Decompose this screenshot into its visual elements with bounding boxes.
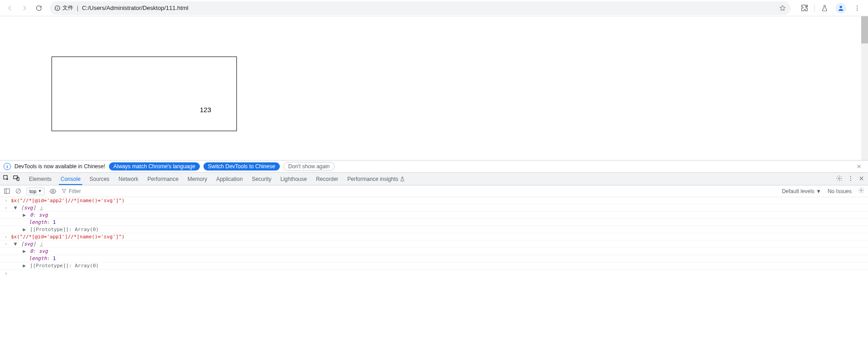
svg-point-5	[857, 7, 858, 8]
console-output: › $x("//*[@id='app2']//*[name()='svg']")…	[0, 197, 868, 341]
reload-button[interactable]	[33, 2, 45, 14]
arrow-right-icon	[21, 5, 28, 12]
console-filter[interactable]: Filter	[61, 188, 777, 194]
console-toolbar: top ▼ Filter Default levels ▼ No Issues	[0, 185, 868, 197]
devtools-more-button[interactable]	[847, 175, 854, 183]
tab-sources[interactable]: Sources	[85, 173, 114, 185]
dots-vertical-icon	[847, 175, 854, 182]
flask-icon	[400, 176, 405, 182]
scroll-thumb[interactable]	[861, 16, 868, 43]
person-icon	[837, 5, 844, 12]
tab-console[interactable]: Console	[56, 173, 85, 185]
inspect-icon	[3, 175, 10, 182]
tab-security[interactable]: Security	[247, 173, 276, 185]
console-output-row[interactable]: ▶ 0: svg	[0, 212, 868, 219]
gear-icon	[858, 187, 864, 194]
tab-application[interactable]: Application	[212, 173, 247, 185]
tab-network[interactable]: Network	[114, 173, 143, 185]
url-sep: |	[77, 5, 78, 11]
svg-point-18	[52, 190, 54, 192]
svg-point-10	[839, 177, 840, 179]
clear-console-button[interactable]	[15, 188, 22, 194]
infobar-close-button[interactable]	[854, 161, 864, 172]
bookmark-button[interactable]	[779, 5, 786, 12]
svg-point-11	[850, 176, 851, 177]
infobar-message: DevTools is now available in Chinese!	[14, 163, 105, 170]
panel-left-icon	[4, 188, 10, 194]
browser-toolbar: 文件 | C:/Users/Administrator/Desktop/111.…	[0, 0, 868, 16]
object-info-icon[interactable]: i	[40, 241, 43, 247]
tab-elements[interactable]: Elements	[24, 173, 56, 185]
info-circle-icon: i	[4, 163, 11, 170]
switch-language-button[interactable]: Switch DevTools to Chinese	[203, 162, 280, 170]
tab-performance-insights[interactable]: Performance insights	[343, 173, 410, 185]
devtools-infobar: i DevTools is now available in Chinese! …	[0, 160, 868, 173]
close-icon	[856, 164, 862, 169]
flask-icon	[821, 5, 828, 12]
svg-point-12	[850, 178, 851, 179]
dots-vertical-icon	[854, 5, 861, 12]
eye-icon	[49, 188, 57, 195]
console-prompt[interactable]: ›	[0, 270, 868, 277]
tab-lighthouse[interactable]: Lighthouse	[276, 173, 311, 185]
console-settings-button[interactable]	[858, 187, 864, 195]
console-output-row[interactable]: length: 1	[0, 255, 868, 262]
avatar	[835, 3, 846, 14]
devtools-tabs: Elements Console Sources Network Perform…	[0, 173, 868, 185]
svg-point-6	[857, 9, 858, 10]
console-output-row[interactable]: ▶ [[Prototype]]: Array(0)	[0, 262, 868, 270]
menu-button[interactable]	[850, 2, 864, 14]
url-scheme: 文件	[62, 4, 73, 12]
site-info[interactable]: 文件	[54, 4, 73, 12]
reload-icon	[35, 5, 42, 12]
execution-context[interactable]: top ▼	[26, 187, 45, 195]
console-output-row[interactable]: ▶ 0: svg	[0, 248, 868, 255]
forward-button[interactable]	[18, 2, 31, 14]
labs-button[interactable]	[817, 2, 832, 14]
ban-icon	[15, 188, 22, 194]
console-output-row[interactable]: ‹ ▼ [svg] i	[0, 241, 868, 248]
svg-point-4	[857, 5, 858, 6]
toolbar-separator	[814, 4, 815, 12]
tab-recorder[interactable]: Recorder	[311, 173, 343, 185]
vertical-scrollbar[interactable]	[861, 16, 868, 160]
live-expression-button[interactable]	[49, 188, 57, 195]
puzzle-icon	[801, 4, 808, 12]
extensions-button[interactable]	[797, 2, 811, 14]
devtools-settings-button[interactable]	[836, 175, 843, 183]
svg-point-13	[850, 180, 851, 180]
devtools-close-button[interactable]	[859, 175, 864, 183]
svg-line-17	[17, 189, 20, 193]
console-output-row[interactable]: ▶ [[Prototype]]: Array(0)	[0, 226, 868, 233]
svg-rect-14	[5, 189, 9, 194]
issues-button[interactable]: No Issues	[828, 188, 852, 194]
back-button[interactable]	[4, 2, 16, 14]
profile-button[interactable]	[834, 2, 848, 14]
page-div-box: 123	[52, 57, 237, 131]
arrow-left-icon	[6, 5, 14, 12]
page-text-123: 123	[200, 106, 211, 114]
svg-point-3	[840, 5, 842, 8]
console-output-row[interactable]: length: 1	[0, 219, 868, 226]
svg-point-2	[57, 7, 57, 7]
dont-show-button[interactable]: Don't show again	[283, 162, 335, 171]
inspect-button[interactable]	[3, 175, 10, 183]
console-input-row[interactable]: › $x("//*[@id='app1']//*[name()='svg']")	[0, 233, 868, 241]
filter-placeholder: Filter	[69, 188, 81, 194]
console-output-row[interactable]: ‹ ▼ [svg] i	[0, 204, 868, 212]
omnibox[interactable]: 文件 | C:/Users/Administrator/Desktop/111.…	[50, 1, 791, 15]
object-info-icon[interactable]: i	[40, 205, 43, 211]
device-toggle-button[interactable]	[13, 175, 20, 183]
toolbar-right	[795, 2, 864, 14]
tab-performance[interactable]: Performance	[143, 173, 183, 185]
star-icon	[779, 5, 786, 12]
console-input-row[interactable]: › $x("//*[@id='app2']//*[name()='svg']")	[0, 197, 868, 204]
console-sidebar-toggle[interactable]	[4, 188, 10, 194]
console-command: $x("//*[@id='app1']//*[name()='svg']")	[11, 234, 125, 240]
log-levels-dropdown[interactable]: Default levels ▼	[782, 188, 821, 194]
filter-icon	[61, 188, 67, 194]
url-text: C:/Users/Administrator/Desktop/111.html	[82, 5, 775, 11]
tab-memory[interactable]: Memory	[183, 173, 212, 185]
devices-icon	[13, 175, 20, 182]
always-match-button[interactable]: Always match Chrome's language	[109, 162, 200, 170]
